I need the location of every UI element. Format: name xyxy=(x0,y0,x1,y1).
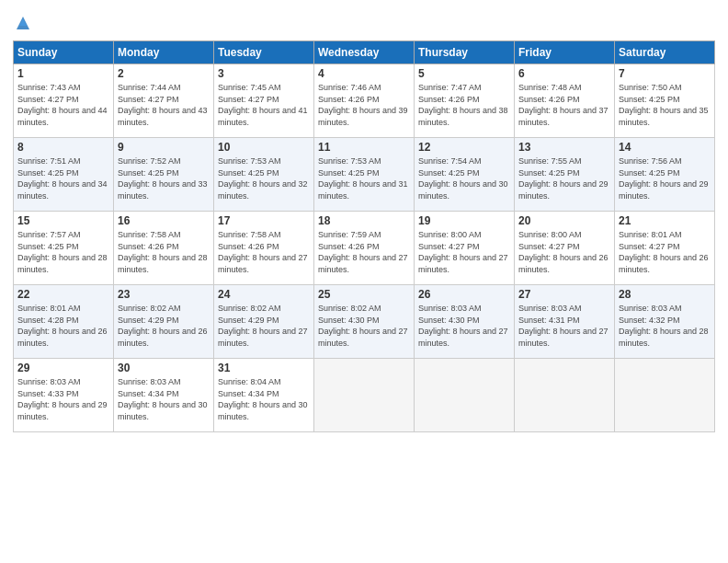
day-number: 20 xyxy=(518,214,610,227)
calendar-cell: 1Sunrise: 7:43 AMSunset: 4:27 PMDaylight… xyxy=(14,64,114,138)
day-info: Sunrise: 8:00 AMSunset: 4:27 PMDaylight:… xyxy=(418,230,508,274)
day-info: Sunrise: 7:54 AMSunset: 4:25 PMDaylight:… xyxy=(418,156,508,201)
calendar-cell: 8Sunrise: 7:51 AMSunset: 4:25 PMDaylight… xyxy=(14,138,114,212)
calendar-cell: 6Sunrise: 7:48 AMSunset: 4:26 PMDaylight… xyxy=(515,64,615,138)
calendar-cell: 9Sunrise: 7:52 AMSunset: 4:25 PMDaylight… xyxy=(114,138,214,212)
weekday-header-saturday: Saturday xyxy=(615,41,715,64)
calendar-cell: 19Sunrise: 8:00 AMSunset: 4:27 PMDayligh… xyxy=(415,212,515,285)
calendar-cell: 27Sunrise: 8:03 AMSunset: 4:31 PMDayligh… xyxy=(515,285,615,359)
day-number: 8 xyxy=(17,141,109,154)
day-info: Sunrise: 7:56 AMSunset: 4:25 PMDaylight:… xyxy=(619,156,709,201)
day-number: 23 xyxy=(118,288,210,301)
weekday-header-monday: Monday xyxy=(114,41,214,64)
day-number: 18 xyxy=(318,214,410,227)
calendar-cell: 20Sunrise: 8:00 AMSunset: 4:27 PMDayligh… xyxy=(515,212,615,285)
calendar-table: SundayMondayTuesdayWednesdayThursdayFrid… xyxy=(13,40,715,432)
day-number: 5 xyxy=(418,67,510,80)
weekday-header-wednesday: Wednesday xyxy=(314,41,415,64)
day-number: 15 xyxy=(17,214,109,227)
day-info: Sunrise: 8:03 AMSunset: 4:32 PMDaylight:… xyxy=(619,304,709,348)
day-number: 26 xyxy=(418,288,510,301)
day-info: Sunrise: 8:03 AMSunset: 4:33 PMDaylight:… xyxy=(17,377,108,421)
logo xyxy=(13,13,35,33)
calendar-cell: 11Sunrise: 7:53 AMSunset: 4:25 PMDayligh… xyxy=(314,138,415,212)
day-info: Sunrise: 8:01 AMSunset: 4:27 PMDaylight:… xyxy=(619,230,709,274)
calendar-cell: 25Sunrise: 8:02 AMSunset: 4:30 PMDayligh… xyxy=(314,285,415,359)
day-info: Sunrise: 8:02 AMSunset: 4:29 PMDaylight:… xyxy=(118,304,208,348)
calendar-cell: 2Sunrise: 7:44 AMSunset: 4:27 PMDaylight… xyxy=(114,64,214,138)
day-number: 24 xyxy=(218,288,310,301)
weekday-header-tuesday: Tuesday xyxy=(214,41,314,64)
day-number: 12 xyxy=(418,141,510,154)
day-number: 13 xyxy=(518,141,610,154)
calendar-cell: 31Sunrise: 8:04 AMSunset: 4:34 PMDayligh… xyxy=(214,359,314,432)
calendar-cell: 29Sunrise: 8:03 AMSunset: 4:33 PMDayligh… xyxy=(14,359,114,432)
weekday-header-sunday: Sunday xyxy=(14,41,114,64)
day-info: Sunrise: 8:03 AMSunset: 4:30 PMDaylight:… xyxy=(418,304,508,348)
day-info: Sunrise: 7:53 AMSunset: 4:25 PMDaylight:… xyxy=(318,156,408,201)
week-row-2: 8Sunrise: 7:51 AMSunset: 4:25 PMDaylight… xyxy=(14,138,715,212)
day-number: 11 xyxy=(318,141,410,154)
calendar-cell: 26Sunrise: 8:03 AMSunset: 4:30 PMDayligh… xyxy=(415,285,515,359)
day-number: 22 xyxy=(17,288,109,301)
weekday-header-row: SundayMondayTuesdayWednesdayThursdayFrid… xyxy=(14,41,715,64)
day-info: Sunrise: 8:03 AMSunset: 4:34 PMDaylight:… xyxy=(118,377,208,421)
calendar-container: SundayMondayTuesdayWednesdayThursdayFrid… xyxy=(0,0,728,563)
day-number: 28 xyxy=(619,288,711,301)
weekday-header-friday: Friday xyxy=(515,41,615,64)
day-info: Sunrise: 7:58 AMSunset: 4:26 PMDaylight:… xyxy=(218,230,308,274)
day-number: 16 xyxy=(118,214,210,227)
week-row-3: 15Sunrise: 7:57 AMSunset: 4:25 PMDayligh… xyxy=(14,212,715,285)
day-info: Sunrise: 7:53 AMSunset: 4:25 PMDaylight:… xyxy=(218,156,308,201)
day-info: Sunrise: 8:01 AMSunset: 4:28 PMDaylight:… xyxy=(17,304,108,348)
day-info: Sunrise: 7:46 AMSunset: 4:26 PMDaylight:… xyxy=(318,83,408,127)
calendar-cell: 15Sunrise: 7:57 AMSunset: 4:25 PMDayligh… xyxy=(14,212,114,285)
day-info: Sunrise: 8:00 AMSunset: 4:27 PMDaylight:… xyxy=(518,230,609,274)
logo-icon xyxy=(13,13,33,33)
day-number: 14 xyxy=(619,141,711,154)
day-number: 10 xyxy=(218,141,310,154)
calendar-cell: 10Sunrise: 7:53 AMSunset: 4:25 PMDayligh… xyxy=(214,138,314,212)
day-number: 6 xyxy=(518,67,610,80)
day-info: Sunrise: 7:50 AMSunset: 4:25 PMDaylight:… xyxy=(619,83,709,127)
calendar-cell: 12Sunrise: 7:54 AMSunset: 4:25 PMDayligh… xyxy=(415,138,515,212)
day-number: 2 xyxy=(118,67,210,80)
day-info: Sunrise: 8:02 AMSunset: 4:29 PMDaylight:… xyxy=(218,304,308,348)
calendar-cell: 24Sunrise: 8:02 AMSunset: 4:29 PMDayligh… xyxy=(214,285,314,359)
day-number: 30 xyxy=(118,362,210,374)
day-info: Sunrise: 8:02 AMSunset: 4:30 PMDaylight:… xyxy=(318,304,408,348)
day-info: Sunrise: 7:44 AMSunset: 4:27 PMDaylight:… xyxy=(118,83,208,127)
day-number: 1 xyxy=(17,67,109,80)
week-row-1: 1Sunrise: 7:43 AMSunset: 4:27 PMDaylight… xyxy=(14,64,715,138)
day-number: 3 xyxy=(218,67,310,80)
calendar-cell: 28Sunrise: 8:03 AMSunset: 4:32 PMDayligh… xyxy=(615,285,715,359)
day-info: Sunrise: 7:45 AMSunset: 4:27 PMDaylight:… xyxy=(218,83,308,127)
calendar-cell: 7Sunrise: 7:50 AMSunset: 4:25 PMDaylight… xyxy=(615,64,715,138)
calendar-cell xyxy=(615,359,715,432)
day-number: 9 xyxy=(118,141,210,154)
calendar-cell: 21Sunrise: 8:01 AMSunset: 4:27 PMDayligh… xyxy=(615,212,715,285)
calendar-cell: 5Sunrise: 7:47 AMSunset: 4:26 PMDaylight… xyxy=(415,64,515,138)
day-number: 31 xyxy=(218,362,310,374)
weekday-header-thursday: Thursday xyxy=(415,41,515,64)
calendar-cell: 17Sunrise: 7:58 AMSunset: 4:26 PMDayligh… xyxy=(214,212,314,285)
day-info: Sunrise: 8:03 AMSunset: 4:31 PMDaylight:… xyxy=(518,304,609,348)
calendar-cell xyxy=(415,359,515,432)
calendar-cell: 16Sunrise: 7:58 AMSunset: 4:26 PMDayligh… xyxy=(114,212,214,285)
calendar-cell: 22Sunrise: 8:01 AMSunset: 4:28 PMDayligh… xyxy=(14,285,114,359)
day-number: 29 xyxy=(17,362,109,374)
day-number: 7 xyxy=(619,67,711,80)
day-info: Sunrise: 8:04 AMSunset: 4:34 PMDaylight:… xyxy=(218,377,308,421)
calendar-cell: 18Sunrise: 7:59 AMSunset: 4:26 PMDayligh… xyxy=(314,212,415,285)
day-info: Sunrise: 7:47 AMSunset: 4:26 PMDaylight:… xyxy=(418,83,508,127)
day-info: Sunrise: 7:59 AMSunset: 4:26 PMDaylight:… xyxy=(318,230,408,274)
week-row-4: 22Sunrise: 8:01 AMSunset: 4:28 PMDayligh… xyxy=(14,285,715,359)
day-info: Sunrise: 7:43 AMSunset: 4:27 PMDaylight:… xyxy=(17,83,108,127)
day-info: Sunrise: 7:51 AMSunset: 4:25 PMDaylight:… xyxy=(17,156,108,201)
day-info: Sunrise: 7:48 AMSunset: 4:26 PMDaylight:… xyxy=(518,83,609,127)
day-number: 17 xyxy=(218,214,310,227)
day-info: Sunrise: 7:58 AMSunset: 4:26 PMDaylight:… xyxy=(118,230,208,274)
calendar-cell xyxy=(515,359,615,432)
week-row-5: 29Sunrise: 8:03 AMSunset: 4:33 PMDayligh… xyxy=(14,359,715,432)
day-info: Sunrise: 7:52 AMSunset: 4:25 PMDaylight:… xyxy=(118,156,208,201)
